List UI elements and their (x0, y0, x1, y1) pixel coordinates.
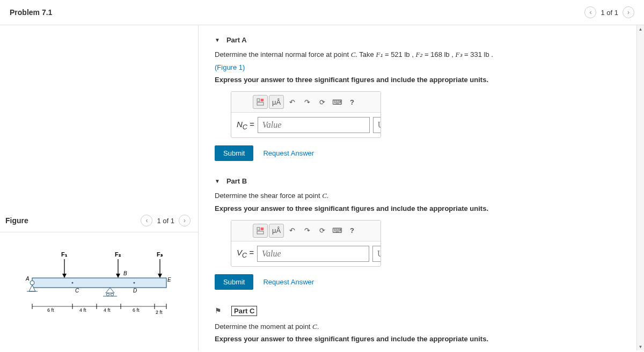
page-header: Problem 7.1 ‹ 1 of 1 › (0, 0, 644, 25)
svg-point-4 (111, 294, 113, 296)
svg-rect-23 (257, 231, 264, 234)
part-a-title: Part A (226, 36, 247, 44)
template-icon[interactable] (253, 95, 268, 109)
reset-icon[interactable]: ⟳ (315, 95, 329, 109)
figure-1-link[interactable]: (Figure 1) (215, 63, 245, 71)
svg-rect-18 (257, 99, 260, 101)
part-a-submit-button[interactable]: Submit (215, 145, 253, 161)
part-b-answer-box: μÅ ↶ ↷ ⟳ ⌨ ? VC = (231, 220, 381, 267)
part-b-value-input[interactable] (257, 246, 369, 262)
part-b-submit-button[interactable]: Submit (215, 274, 253, 290)
scroll-up-icon[interactable]: ▲ (637, 25, 644, 33)
part-b-prompt: Determine the shear force at point C. (215, 190, 628, 201)
svg-point-16 (71, 282, 73, 284)
label-C: C (75, 288, 79, 294)
collapse-icon[interactable]: ▼ (215, 178, 220, 184)
flag-icon[interactable]: ⚑ (215, 306, 222, 315)
scrollbar[interactable]: ▲ ▼ (636, 25, 644, 350)
part-a: ▼ Part A Determine the internal normal f… (215, 36, 628, 161)
svg-rect-0 (32, 278, 166, 288)
label-F1: F₁ (61, 251, 68, 258)
part-c-instr: Express your answer to three significant… (215, 335, 628, 343)
label-F2: F₂ (115, 251, 121, 258)
part-b-toolbar: μÅ ↶ ↷ ⟳ ⌨ ? (231, 221, 380, 241)
keyboard-icon[interactable]: ⌨ (330, 224, 344, 238)
label-B: B (123, 270, 127, 276)
label-E: E (167, 277, 171, 283)
part-a-value-input[interactable] (258, 117, 370, 133)
part-a-var: NC = (237, 120, 254, 131)
part-b-request-answer-link[interactable]: Request Answer (263, 278, 314, 286)
svg-rect-20 (257, 102, 264, 105)
svg-point-1 (30, 281, 34, 285)
problem-title: Problem 7.1 (10, 8, 52, 17)
part-b-var: VC = (237, 248, 254, 259)
part-a-instr: Express your answer to three significant… (215, 76, 628, 84)
dim-4ft-2: 4 ft (104, 307, 111, 313)
right-column: ▼ Part A Determine the internal normal f… (199, 25, 644, 350)
greek-icon[interactable]: μÅ (269, 224, 284, 238)
svg-rect-22 (261, 228, 264, 230)
scroll-down-icon[interactable]: ▼ (637, 343, 644, 350)
page-count: 1 of 1 (601, 9, 618, 17)
redo-icon[interactable]: ↷ (300, 95, 314, 109)
part-a-units-input[interactable] (373, 117, 381, 133)
part-c-prompt: Determine the moment at point C. (215, 321, 628, 332)
svg-rect-19 (261, 99, 264, 101)
undo-icon[interactable]: ↶ (285, 224, 299, 238)
keyboard-icon[interactable]: ⌨ (330, 95, 344, 109)
dim-6ft-2: 6 ft (133, 307, 140, 313)
redo-icon[interactable]: ↷ (300, 224, 314, 238)
help-icon[interactable]: ? (345, 95, 359, 109)
figure-area: A C B D E F₁ F₂ F₃ 6 ft 4 ft 4 ft (0, 232, 198, 324)
part-a-request-answer-link[interactable]: Request Answer (263, 149, 314, 157)
dim-4ft-1: 4 ft (79, 307, 86, 313)
prev-page-button[interactable]: ‹ (584, 6, 596, 18)
greek-icon[interactable]: μÅ (269, 95, 284, 109)
next-page-button[interactable]: › (623, 6, 634, 18)
help-icon[interactable]: ? (345, 224, 359, 238)
beam-figure: A C B D E F₁ F₂ F₃ 6 ft 4 ft 4 ft (21, 248, 177, 318)
part-b-units-input[interactable] (372, 246, 381, 262)
label-D: D (133, 288, 137, 294)
part-c-title: Part C (231, 306, 257, 316)
undo-icon[interactable]: ↶ (285, 95, 299, 109)
collapse-icon[interactable]: ▼ (215, 37, 220, 43)
part-a-answer-box: μÅ ↶ ↷ ⟳ ⌨ ? NC = (231, 91, 381, 138)
part-b: ▼ Part B Determine the shear force at po… (215, 177, 628, 290)
figure-next-button[interactable]: › (179, 215, 191, 226)
label-F3: F₃ (157, 251, 163, 258)
svg-point-3 (106, 294, 109, 296)
svg-rect-21 (257, 228, 260, 230)
dim-2ft: 2 ft (156, 310, 163, 315)
dim-6ft-1: 6 ft (47, 307, 54, 313)
svg-point-17 (133, 282, 135, 284)
part-b-title: Part B (226, 177, 247, 185)
label-A: A (25, 276, 30, 282)
figure-prev-button[interactable]: ‹ (141, 215, 152, 226)
part-a-prompt: Determine the internal normal force at p… (215, 49, 628, 60)
part-c: ⚑ Part C Determine the moment at point C… (215, 306, 628, 351)
figure-title: Figure (5, 216, 28, 225)
reset-icon[interactable]: ⟳ (315, 224, 329, 238)
left-column: Figure ‹ 1 of 1 › (0, 25, 199, 350)
figure-page-count: 1 of 1 (157, 217, 174, 225)
figure-header: Figure ‹ 1 of 1 › (0, 210, 198, 232)
part-a-toolbar: μÅ ↶ ↷ ⟳ ⌨ ? (231, 92, 380, 113)
template-icon[interactable] (253, 224, 268, 238)
page-nav: ‹ 1 of 1 › (584, 6, 634, 18)
part-b-instr: Express your answer to three significant… (215, 204, 628, 212)
